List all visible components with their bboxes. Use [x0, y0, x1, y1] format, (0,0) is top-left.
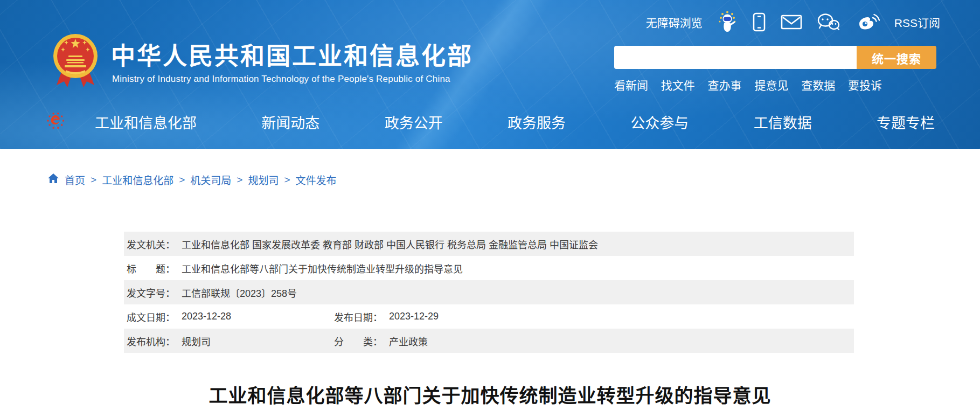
robot-mascot-icon[interactable]: [717, 10, 738, 34]
nav-item-news[interactable]: 新闻动态: [261, 112, 319, 133]
quick-link-documents[interactable]: 找文件: [661, 77, 695, 93]
meta-value: 2023-12-29: [389, 311, 439, 322]
quick-link-complaints[interactable]: 要投诉: [848, 77, 882, 93]
meta-label: 分 类：: [334, 334, 383, 348]
nav-items: 工业和信息化部 新闻动态 政务公开 政务服务 公众参与 工信数据 专题专栏: [95, 112, 935, 133]
search-bar: 统一搜索: [614, 46, 936, 69]
meta-value: 工业和信息化部 国家发展改革委 教育部 财政部 中国人民银行 税务总局 金融监管…: [182, 237, 598, 251]
meta-label: 发文字号：: [127, 286, 175, 300]
mobile-icon[interactable]: [752, 12, 766, 32]
quick-link-news[interactable]: 看新闻: [614, 77, 648, 93]
document-meta-table: 发文机关： 工业和信息化部 国家发展改革委 教育部 财政部 中国人民银行 税务总…: [124, 232, 854, 353]
search-button[interactable]: 统一搜索: [857, 46, 936, 69]
breadcrumb-separator: >: [179, 174, 185, 186]
accessibility-link[interactable]: 无障碍浏览: [646, 14, 703, 30]
meta-value: 工业和信息化部等八部门关于加快传统制造业转型升级的指导意见: [182, 261, 463, 275]
meta-value: 产业政策: [389, 334, 428, 348]
page: 无障碍浏览: [0, 0, 980, 417]
meta-value: 2023-12-28: [182, 311, 231, 322]
site-subtitle-english: Ministry of Industry and Information Tec…: [112, 74, 450, 85]
breadcrumb: 首页 > 工业和信息化部 > 机关司局 > 规划司 > 文件发布: [47, 172, 337, 187]
nav-item-gov-affairs[interactable]: 政务公开: [385, 112, 443, 133]
mail-icon[interactable]: [781, 14, 802, 30]
quick-links: 看新闻 找文件 查办事 提意见 查数据 要投诉: [614, 77, 882, 93]
wechat-icon[interactable]: [817, 12, 840, 32]
meta-row-publisher-category: 发布机构： 规划司 分 类： 产业政策: [124, 329, 854, 353]
weibo-icon[interactable]: [855, 12, 880, 32]
breadcrumb-departments[interactable]: 机关司局: [190, 172, 231, 187]
top-utility-bar: 无障碍浏览: [646, 10, 940, 34]
breadcrumb-separator: >: [91, 174, 96, 186]
breadcrumb-separator: >: [237, 174, 242, 186]
meta-value: 工信部联规〔2023〕258号: [182, 286, 297, 300]
rss-link[interactable]: RSS订阅: [894, 14, 940, 30]
meta-value: 规划司: [182, 334, 211, 348]
breadcrumb-home[interactable]: 首页: [65, 172, 85, 187]
breadcrumb-miit[interactable]: 工业和信息化部: [102, 172, 173, 187]
quick-link-suggestions[interactable]: 提意见: [754, 77, 788, 93]
nav-item-special-topics[interactable]: 专题专栏: [877, 112, 935, 133]
quick-link-services[interactable]: 查办事: [708, 77, 742, 93]
meta-row-dates: 成文日期： 2023-12-28 发布日期： 2023-12-29: [124, 304, 854, 329]
site-header: 无障碍浏览: [0, 0, 980, 149]
meta-row-issuing-agencies: 发文机关： 工业和信息化部 国家发展改革委 教育部 财政部 中国人民银行 税务总…: [124, 232, 854, 256]
nav-item-public-participation[interactable]: 公众参与: [630, 112, 689, 133]
meta-row-title: 标 题： 工业和信息化部等八部门关于加快传统制造业转型升级的指导意见: [124, 256, 854, 280]
nav-item-miit-data[interactable]: 工信数据: [754, 112, 812, 133]
search-input[interactable]: [614, 46, 857, 69]
meta-label: 发布机构：: [127, 334, 175, 348]
meta-label: 发布日期：: [334, 310, 383, 324]
quick-link-data[interactable]: 查数据: [801, 77, 835, 93]
miit-e-logo-icon: [46, 111, 65, 133]
article-title: 工业和信息化部等八部门关于加快传统制造业转型升级的指导意见: [0, 380, 980, 408]
main-nav: 工业和信息化部 新闻动态 政务公开 政务服务 公众参与 工信数据 专题专栏: [46, 108, 935, 136]
nav-item-miit[interactable]: 工业和信息化部: [95, 112, 197, 133]
national-emblem-logo: [53, 31, 98, 93]
site-title: 中华人民共和国工业和信息化部: [111, 37, 473, 72]
meta-label: 标 题：: [127, 261, 175, 275]
meta-label: 成文日期：: [127, 310, 175, 324]
meta-row-document-number: 发文字号： 工信部联规〔2023〕258号: [124, 280, 854, 304]
home-icon[interactable]: [47, 173, 59, 186]
breadcrumb-document-release[interactable]: 文件发布: [296, 172, 337, 187]
meta-label: 发文机关：: [127, 237, 175, 251]
nav-item-gov-services[interactable]: 政务服务: [508, 112, 566, 133]
breadcrumb-separator: >: [284, 174, 290, 186]
breadcrumb-planning-dept[interactable]: 规划司: [248, 172, 279, 187]
